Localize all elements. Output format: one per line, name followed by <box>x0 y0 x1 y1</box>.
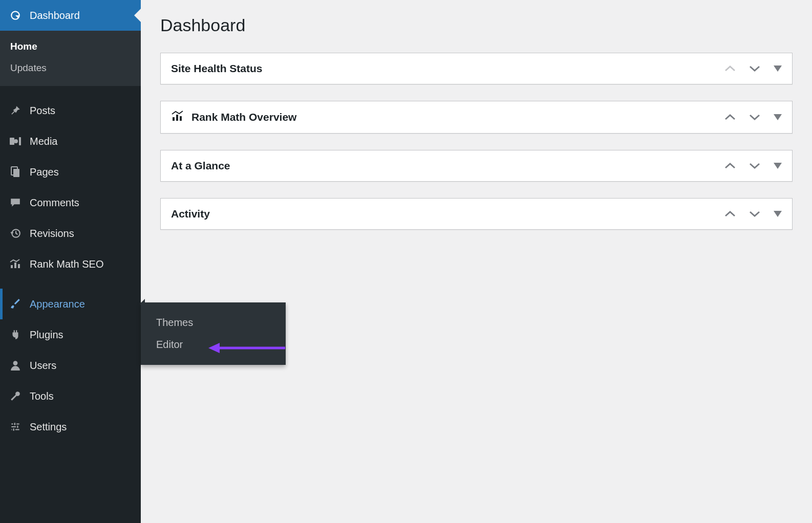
sidebar-label-settings: Settings <box>30 421 67 433</box>
flyout-item-editor[interactable]: Editor <box>141 334 286 356</box>
appearance-flyout: Themes Editor <box>141 302 286 365</box>
move-down-icon[interactable] <box>749 210 760 217</box>
svg-rect-0 <box>10 138 14 145</box>
move-up-icon <box>724 65 736 72</box>
svg-marker-15 <box>774 114 782 120</box>
page-title: Dashboard <box>160 15 793 35</box>
sidebar-item-dashboard[interactable]: Dashboard <box>0 0 141 31</box>
svg-rect-12 <box>173 117 175 121</box>
panel-at-a-glance: At a Glance <box>160 150 793 182</box>
toggle-panel-icon[interactable] <box>774 114 782 120</box>
svg-marker-16 <box>774 163 782 169</box>
sidebar-label-dashboard: Dashboard <box>30 10 80 21</box>
sidebar-item-tools[interactable]: Tools <box>0 381 141 411</box>
toggle-panel-icon[interactable] <box>774 211 782 217</box>
sidebar-label-rankmath: Rank Math SEO <box>30 258 104 270</box>
sidebar-label-appearance: Appearance <box>30 298 85 310</box>
sidebar-label-users: Users <box>30 360 56 372</box>
dashboard-icon <box>8 10 23 21</box>
admin-sidebar: Dashboard Home Updates Posts Media Pages… <box>0 0 141 523</box>
move-up-icon[interactable] <box>724 114 736 121</box>
sidebar-label-tools: Tools <box>30 390 54 402</box>
submenu-item-home[interactable]: Home <box>0 36 141 57</box>
sidebar-item-appearance[interactable]: Appearance <box>0 289 141 319</box>
panel-title-rankmath: Rank Math Overview <box>191 111 296 123</box>
chart-icon <box>171 111 184 124</box>
sidebar-label-revisions: Revisions <box>30 228 74 239</box>
sidebar-item-settings[interactable]: Settings <box>0 411 141 442</box>
sidebar-item-rankmath[interactable]: Rank Math SEO <box>0 249 141 279</box>
main-content: Dashboard Site Health Status Rank Math O… <box>141 0 812 262</box>
svg-rect-13 <box>176 115 178 121</box>
wrench-icon <box>8 390 23 402</box>
sidebar-item-media[interactable]: Media <box>0 126 141 157</box>
move-down-icon[interactable] <box>749 114 760 121</box>
panel-title-activity: Activity <box>171 208 210 220</box>
svg-rect-6 <box>14 263 16 268</box>
sidebar-item-users[interactable]: Users <box>0 350 141 381</box>
svg-rect-5 <box>11 265 13 268</box>
panel-activity: Activity <box>160 198 793 230</box>
panel-title-site-health: Site Health Status <box>171 62 263 75</box>
plug-icon <box>8 329 23 340</box>
svg-marker-17 <box>774 211 782 217</box>
move-down-icon[interactable] <box>749 65 760 72</box>
comment-icon <box>8 197 23 208</box>
sidebar-separator <box>0 279 141 289</box>
sliders-icon <box>8 421 23 432</box>
svg-rect-14 <box>180 116 182 121</box>
sidebar-item-posts[interactable]: Posts <box>0 95 141 126</box>
toggle-panel-icon[interactable] <box>774 66 782 72</box>
sidebar-label-comments: Comments <box>30 197 79 209</box>
sidebar-label-plugins: Plugins <box>30 329 63 341</box>
panel-rankmath-overview: Rank Math Overview <box>160 101 793 134</box>
sidebar-item-pages[interactable]: Pages <box>0 157 141 187</box>
svg-rect-7 <box>18 264 20 268</box>
flyout-item-themes[interactable]: Themes <box>141 312 286 334</box>
move-up-icon[interactable] <box>724 210 736 217</box>
svg-point-8 <box>13 361 18 365</box>
sidebar-label-pages: Pages <box>30 166 59 178</box>
brush-icon <box>8 298 23 310</box>
sidebar-label-posts: Posts <box>30 105 55 117</box>
svg-rect-1 <box>19 137 21 145</box>
sidebar-item-plugins[interactable]: Plugins <box>0 319 141 350</box>
panel-site-health: Site Health Status <box>160 53 793 84</box>
pin-icon <box>8 105 23 116</box>
pages-icon <box>8 166 23 178</box>
user-icon <box>8 360 23 371</box>
media-icon <box>8 136 23 147</box>
toggle-panel-icon[interactable] <box>774 163 782 169</box>
svg-rect-3 <box>13 169 19 177</box>
sidebar-item-comments[interactable]: Comments <box>0 187 141 218</box>
svg-marker-11 <box>774 66 782 72</box>
sidebar-label-media: Media <box>30 136 57 147</box>
submenu-item-updates[interactable]: Updates <box>0 57 141 79</box>
chart-icon <box>8 259 23 269</box>
move-up-icon[interactable] <box>724 162 736 169</box>
sidebar-item-revisions[interactable]: Revisions <box>0 218 141 249</box>
dashboard-submenu: Home Updates <box>0 31 141 86</box>
panel-title-glance: At a Glance <box>171 160 230 172</box>
move-down-icon[interactable] <box>749 162 760 169</box>
sidebar-separator <box>0 86 141 95</box>
history-icon <box>8 228 23 239</box>
